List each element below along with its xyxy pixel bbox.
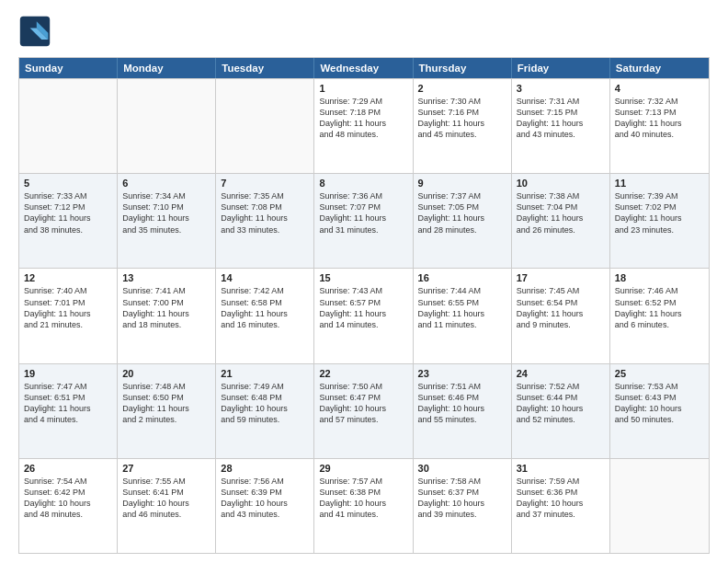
- cell-info: Sunrise: 7:48 AM Sunset: 6:50 PM Dayligh…: [122, 381, 210, 426]
- weekday-header: Sunday: [19, 58, 118, 78]
- calendar-cell: 24Sunrise: 7:52 AM Sunset: 6:44 PM Dayli…: [512, 364, 610, 458]
- calendar-cell: 11Sunrise: 7:39 AM Sunset: 7:02 PM Dayli…: [610, 174, 709, 268]
- cell-info: Sunrise: 7:34 AM Sunset: 7:10 PM Dayligh…: [122, 190, 210, 236]
- day-number: 11: [615, 178, 704, 189]
- calendar-cell: 13Sunrise: 7:41 AM Sunset: 7:00 PM Dayli…: [118, 269, 216, 362]
- calendar-cell: 18Sunrise: 7:46 AM Sunset: 6:52 PM Dayli…: [610, 269, 709, 362]
- day-number: 27: [122, 463, 210, 474]
- day-number: 9: [418, 178, 506, 189]
- calendar-cell: [118, 79, 216, 173]
- cell-info: Sunrise: 7:30 AM Sunset: 7:16 PM Dayligh…: [418, 96, 506, 141]
- day-number: 4: [615, 83, 704, 94]
- calendar-cell: 9Sunrise: 7:37 AM Sunset: 7:05 PM Daylig…: [414, 174, 512, 268]
- calendar-header: SundayMondayTuesdayWednesdayThursdayFrid…: [19, 58, 709, 78]
- calendar-cell: 2Sunrise: 7:30 AM Sunset: 7:16 PM Daylig…: [414, 79, 512, 173]
- calendar-cell: 25Sunrise: 7:53 AM Sunset: 6:43 PM Dayli…: [610, 364, 709, 458]
- cell-info: Sunrise: 7:40 AM Sunset: 7:01 PM Dayligh…: [24, 285, 112, 330]
- calendar-cell: 6Sunrise: 7:34 AM Sunset: 7:10 PM Daylig…: [118, 174, 216, 268]
- cell-info: Sunrise: 7:57 AM Sunset: 6:38 PM Dayligh…: [319, 476, 407, 521]
- day-number: 28: [221, 463, 309, 474]
- calendar-cell: 26Sunrise: 7:54 AM Sunset: 6:42 PM Dayli…: [19, 459, 118, 553]
- day-number: 10: [517, 178, 605, 189]
- cell-info: Sunrise: 7:43 AM Sunset: 6:57 PM Dayligh…: [319, 285, 407, 330]
- cell-info: Sunrise: 7:31 AM Sunset: 7:15 PM Dayligh…: [517, 96, 605, 141]
- calendar: SundayMondayTuesdayWednesdayThursdayFrid…: [18, 57, 710, 554]
- weekday-header: Friday: [512, 58, 610, 78]
- weekday-header: Saturday: [610, 58, 709, 78]
- calendar-row: 12Sunrise: 7:40 AM Sunset: 7:01 PM Dayli…: [19, 268, 709, 362]
- calendar-cell: 30Sunrise: 7:58 AM Sunset: 6:37 PM Dayli…: [414, 459, 512, 553]
- day-number: 5: [24, 178, 112, 189]
- header: [18, 15, 710, 48]
- page: SundayMondayTuesdayWednesdayThursdayFrid…: [0, 0, 728, 563]
- cell-info: Sunrise: 7:45 AM Sunset: 6:54 PM Dayligh…: [517, 285, 605, 330]
- calendar-cell: 27Sunrise: 7:55 AM Sunset: 6:41 PM Dayli…: [118, 459, 216, 553]
- cell-info: Sunrise: 7:41 AM Sunset: 7:00 PM Dayligh…: [122, 285, 210, 330]
- calendar-cell: 15Sunrise: 7:43 AM Sunset: 6:57 PM Dayli…: [314, 269, 413, 362]
- logo: [18, 15, 55, 48]
- cell-info: Sunrise: 7:38 AM Sunset: 7:04 PM Dayligh…: [517, 190, 605, 236]
- weekday-header: Wednesday: [314, 58, 413, 78]
- calendar-cell: 4Sunrise: 7:32 AM Sunset: 7:13 PM Daylig…: [610, 79, 709, 173]
- cell-info: Sunrise: 7:29 AM Sunset: 7:18 PM Dayligh…: [319, 96, 407, 141]
- day-number: 19: [24, 368, 112, 379]
- calendar-cell: 5Sunrise: 7:33 AM Sunset: 7:12 PM Daylig…: [19, 174, 118, 268]
- cell-info: Sunrise: 7:53 AM Sunset: 6:43 PM Dayligh…: [615, 381, 704, 426]
- calendar-cell: 19Sunrise: 7:47 AM Sunset: 6:51 PM Dayli…: [19, 364, 118, 458]
- calendar-cell: 1Sunrise: 7:29 AM Sunset: 7:18 PM Daylig…: [314, 79, 413, 173]
- cell-info: Sunrise: 7:52 AM Sunset: 6:44 PM Dayligh…: [517, 381, 605, 426]
- cell-info: Sunrise: 7:51 AM Sunset: 6:46 PM Dayligh…: [418, 381, 506, 426]
- calendar-cell: 10Sunrise: 7:38 AM Sunset: 7:04 PM Dayli…: [512, 174, 610, 268]
- calendar-cell: 16Sunrise: 7:44 AM Sunset: 6:55 PM Dayli…: [414, 269, 512, 362]
- weekday-header: Tuesday: [216, 58, 314, 78]
- cell-info: Sunrise: 7:32 AM Sunset: 7:13 PM Dayligh…: [615, 96, 704, 141]
- day-number: 16: [418, 272, 506, 283]
- cell-info: Sunrise: 7:44 AM Sunset: 6:55 PM Dayligh…: [418, 285, 506, 330]
- day-number: 29: [319, 463, 407, 474]
- calendar-cell: 29Sunrise: 7:57 AM Sunset: 6:38 PM Dayli…: [314, 459, 413, 553]
- calendar-cell: [19, 79, 118, 173]
- cell-info: Sunrise: 7:36 AM Sunset: 7:07 PM Dayligh…: [319, 190, 407, 236]
- cell-info: Sunrise: 7:37 AM Sunset: 7:05 PM Dayligh…: [418, 190, 506, 236]
- calendar-body: 1Sunrise: 7:29 AM Sunset: 7:18 PM Daylig…: [19, 78, 709, 553]
- cell-info: Sunrise: 7:58 AM Sunset: 6:37 PM Dayligh…: [418, 476, 506, 521]
- day-number: 31: [517, 463, 605, 474]
- day-number: 18: [615, 272, 704, 283]
- day-number: 7: [221, 178, 309, 189]
- day-number: 13: [122, 272, 210, 283]
- day-number: 1: [319, 83, 407, 94]
- cell-info: Sunrise: 7:50 AM Sunset: 6:47 PM Dayligh…: [319, 381, 407, 426]
- weekday-header: Thursday: [414, 58, 512, 78]
- logo-icon: [18, 15, 51, 48]
- calendar-cell: 12Sunrise: 7:40 AM Sunset: 7:01 PM Dayli…: [19, 269, 118, 362]
- cell-info: Sunrise: 7:55 AM Sunset: 6:41 PM Dayligh…: [122, 476, 210, 521]
- calendar-cell: 8Sunrise: 7:36 AM Sunset: 7:07 PM Daylig…: [314, 174, 413, 268]
- calendar-cell: 17Sunrise: 7:45 AM Sunset: 6:54 PM Dayli…: [512, 269, 610, 362]
- cell-info: Sunrise: 7:33 AM Sunset: 7:12 PM Dayligh…: [24, 190, 112, 236]
- calendar-row: 1Sunrise: 7:29 AM Sunset: 7:18 PM Daylig…: [19, 78, 709, 173]
- cell-info: Sunrise: 7:42 AM Sunset: 6:58 PM Dayligh…: [221, 285, 309, 330]
- cell-info: Sunrise: 7:39 AM Sunset: 7:02 PM Dayligh…: [615, 190, 704, 236]
- cell-info: Sunrise: 7:59 AM Sunset: 6:36 PM Dayligh…: [517, 476, 605, 521]
- day-number: 8: [319, 178, 407, 189]
- calendar-cell: [610, 459, 709, 553]
- day-number: 20: [122, 368, 210, 379]
- calendar-cell: 22Sunrise: 7:50 AM Sunset: 6:47 PM Dayli…: [314, 364, 413, 458]
- day-number: 21: [221, 368, 309, 379]
- calendar-cell: 21Sunrise: 7:49 AM Sunset: 6:48 PM Dayli…: [216, 364, 314, 458]
- day-number: 15: [319, 272, 407, 283]
- day-number: 23: [418, 368, 506, 379]
- calendar-cell: 20Sunrise: 7:48 AM Sunset: 6:50 PM Dayli…: [118, 364, 216, 458]
- calendar-row: 19Sunrise: 7:47 AM Sunset: 6:51 PM Dayli…: [19, 363, 709, 458]
- day-number: 30: [418, 463, 506, 474]
- calendar-row: 26Sunrise: 7:54 AM Sunset: 6:42 PM Dayli…: [19, 458, 709, 553]
- day-number: 24: [517, 368, 605, 379]
- cell-info: Sunrise: 7:35 AM Sunset: 7:08 PM Dayligh…: [221, 190, 309, 236]
- cell-info: Sunrise: 7:49 AM Sunset: 6:48 PM Dayligh…: [221, 381, 309, 426]
- calendar-cell: 31Sunrise: 7:59 AM Sunset: 6:36 PM Dayli…: [512, 459, 610, 553]
- calendar-cell: 3Sunrise: 7:31 AM Sunset: 7:15 PM Daylig…: [512, 79, 610, 173]
- calendar-row: 5Sunrise: 7:33 AM Sunset: 7:12 PM Daylig…: [19, 173, 709, 268]
- day-number: 14: [221, 272, 309, 283]
- day-number: 2: [418, 83, 506, 94]
- calendar-cell: [216, 79, 314, 173]
